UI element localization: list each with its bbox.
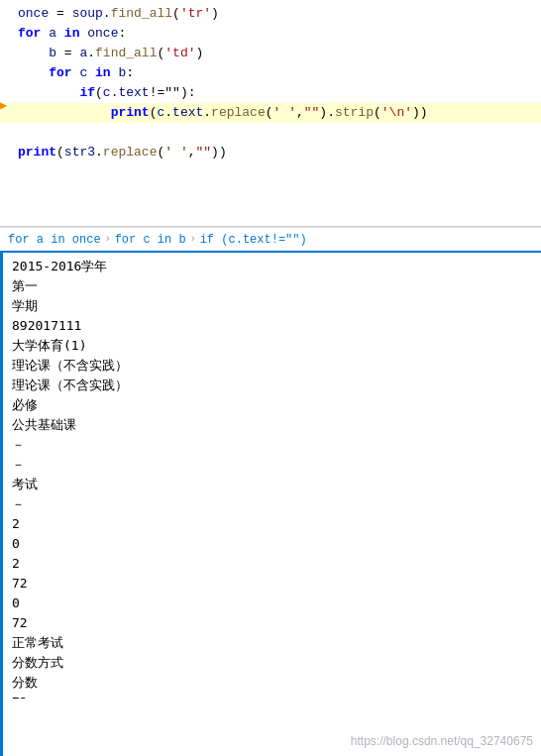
- output-line-4: 大学体育(1): [12, 336, 533, 356]
- line-content-7: [14, 124, 541, 142]
- breadcrumb-item-0[interactable]: for a in once: [8, 233, 101, 247]
- output-line-14: 0: [12, 534, 533, 554]
- watermark: https://blog.csdn.net/qq_32740675: [351, 734, 533, 748]
- left-accent-bar: [0, 253, 3, 756]
- breadcrumb-bar: for a in once › for c in b › if (c.text!…: [0, 227, 541, 253]
- output-line-12: －: [12, 494, 533, 514]
- code-padding: [0, 162, 541, 222]
- output-line-19: 正常考试: [12, 633, 533, 653]
- output-line-11: 考试: [12, 475, 533, 494]
- output-container: 2015-2016学年 第一 学期 892017111 大学体育(1) 理论课（…: [0, 253, 541, 756]
- output-line-3: 892017111: [12, 316, 533, 336]
- output-line-0: 2015-2016学年: [12, 257, 533, 276]
- output-line-15: 2: [12, 554, 533, 574]
- line-content-4: for c in b:: [14, 64, 541, 82]
- code-line-7: [0, 123, 541, 143]
- output-line-18: 72: [12, 613, 533, 633]
- output-line-6: 理论课（不含实践）: [12, 376, 533, 395]
- code-line-5: if(c.text!=""):: [0, 83, 541, 103]
- var-once: once: [18, 6, 49, 21]
- output-line-20: 分数方式: [12, 653, 533, 673]
- breadcrumb-item-2[interactable]: if (c.text!=""): [200, 233, 307, 247]
- breadcrumb-sep-0: ›: [105, 234, 111, 245]
- line-content-8: print(str3.replace(' ',"")): [14, 144, 541, 162]
- code-line-2: for a in once:: [0, 24, 541, 44]
- breadcrumb-item-1[interactable]: for c in b: [115, 233, 186, 247]
- output-line-8: 公共基础课: [12, 415, 533, 435]
- editor-container: once = soup.find_all('tr') for a in once…: [0, 0, 541, 756]
- output-line-16: 72: [12, 574, 533, 594]
- line-content-6: print(c.text.replace(' ',"").strip('\n')…: [14, 104, 541, 122]
- code-line-6: ▶ print(c.text.replace(' ',"").strip('\n…: [0, 103, 541, 123]
- output-area: 2015-2016学年 第一 学期 892017111 大学体育(1) 理论课（…: [0, 253, 541, 699]
- output-line-21: 分数: [12, 673, 533, 693]
- output-line-13: 2: [12, 514, 533, 534]
- line-content-2: for a in once:: [14, 25, 541, 43]
- output-line-10: －: [12, 455, 533, 475]
- line-content-5: if(c.text!=""):: [14, 84, 541, 102]
- output-line-5: 理论课（不含实践）: [12, 356, 533, 376]
- code-line-8: print(str3.replace(' ',"")): [0, 143, 541, 162]
- output-line-22: 72: [12, 693, 533, 699]
- code-line-1: once = soup.find_all('tr'): [0, 4, 541, 24]
- output-line-7: 必修: [12, 395, 533, 415]
- current-line-arrow: ▶: [0, 98, 7, 113]
- output-line-2: 学期: [12, 296, 533, 316]
- line-content-3: b = a.find_all('td'): [14, 45, 541, 62]
- breadcrumb-sep-1: ›: [190, 234, 196, 245]
- output-line-1: 第一: [12, 276, 533, 296]
- code-line-4: for c in b:: [0, 63, 541, 83]
- output-line-17: 0: [12, 594, 533, 613]
- code-editor: once = soup.find_all('tr') for a in once…: [0, 0, 541, 227]
- output-line-9: －: [12, 435, 533, 455]
- code-line-3: b = a.find_all('td'): [0, 44, 541, 63]
- line-content-1: once = soup.find_all('tr'): [14, 5, 541, 23]
